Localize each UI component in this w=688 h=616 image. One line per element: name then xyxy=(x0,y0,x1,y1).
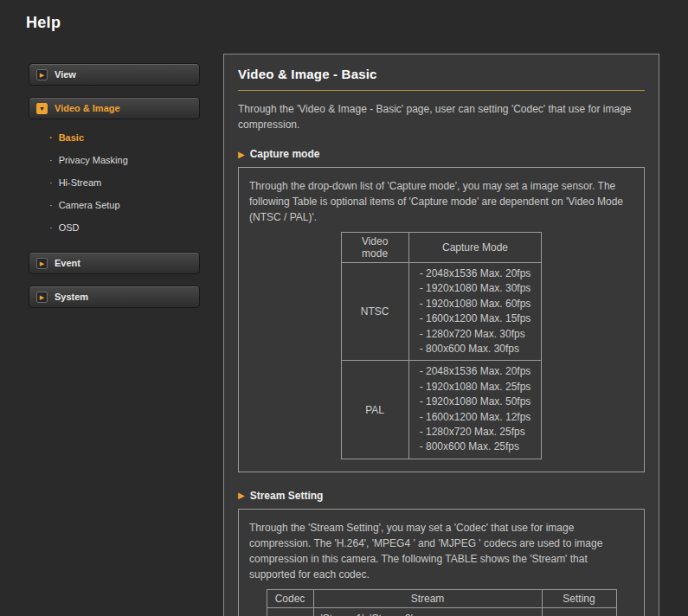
video-mode-cell: NTSC xyxy=(341,263,408,361)
section-title: Stream Setting xyxy=(250,490,324,502)
sidebar-item-basic[interactable]: · Basic xyxy=(29,126,200,149)
video-mode-cell: PAL xyxy=(341,361,408,459)
collapse-arrow-icon: ▼ xyxy=(36,103,48,114)
sidebar: ▶ View ▼ Video & Image · Basic · Privacy… xyxy=(29,63,200,319)
expand-arrow-icon: ▶ xyxy=(36,258,48,269)
sidebar-item-osd[interactable]: · OSD xyxy=(29,216,200,239)
capture-mode-line: - 1280x720 Max. 30fps xyxy=(420,327,531,342)
bullet-icon: · xyxy=(49,155,53,165)
capture-mode-line: - 1920x1080 Max. 30fps xyxy=(420,281,531,296)
expand-arrow-icon: ▶ xyxy=(36,292,48,303)
capture-section-heading: ▶ Capture mode xyxy=(238,148,645,160)
section-arrow-icon: ▶ xyxy=(238,491,245,500)
capture-mode-line: - 1600x1200 Max. 15fps xyxy=(420,311,531,326)
bullet-icon: · xyxy=(49,222,53,233)
submenu-item-label: OSD xyxy=(59,222,80,233)
capture-mode-line: - 1600x1200 Max. 12fps xyxy=(420,410,531,425)
content-title: Video & Image - Basic xyxy=(238,67,645,91)
sidebar-item-label: System xyxy=(55,292,88,302)
section-title: Capture mode xyxy=(250,148,320,160)
sidebar-item-hi-stream[interactable]: · Hi-Stream xyxy=(29,171,200,194)
column-header-setting: Setting xyxy=(542,589,616,607)
table-row-pal: PAL - 2048x1536 Max. 20fps - 1920x1080 M… xyxy=(341,361,542,459)
setting-cell: Refer to ' ▶H.264 /MPEG4 ' xyxy=(542,607,616,616)
section-arrow-icon: ▶ xyxy=(238,150,245,159)
capture-modes-cell: - 2048x1536 Max. 20fps - 1920x1080 Max. … xyxy=(408,361,542,459)
video-image-submenu: · Basic · Privacy Masking · Hi-Stream · … xyxy=(29,125,200,241)
codec-cell: H.264 xyxy=(267,607,313,616)
capture-mode-line: - 1920x1080 Max. 25fps xyxy=(420,380,531,395)
stream-value: 'Stream1', 'Stream3' xyxy=(321,612,535,616)
capture-mode-line: - 800x600 Max. 30fps xyxy=(420,342,531,356)
stream-cell: 'Stream1', 'Stream3' * In the 'Capture m… xyxy=(313,607,542,616)
sidebar-item-video-image[interactable]: ▼ Video & Image xyxy=(29,97,200,119)
capture-mode-line: - 1920x1080 Max. 50fps xyxy=(420,395,531,409)
bullet-icon: · xyxy=(49,132,53,143)
sidebar-item-system[interactable]: ▶ System xyxy=(29,286,200,308)
help-window: { "accent_color": "#f0a232", "icons": { … xyxy=(0,0,688,616)
page-heading: Help xyxy=(26,14,61,32)
stream-description: Through the 'Stream Setting', you may se… xyxy=(249,520,633,582)
stream-box: Through the 'Stream Setting', you may se… xyxy=(238,509,645,616)
sidebar-item-label: Video & Image xyxy=(55,103,120,113)
capture-mode-line: - 800x600 Max. 25fps xyxy=(420,440,531,454)
sidebar-item-label: View xyxy=(55,69,76,80)
bullet-icon: · xyxy=(49,200,53,210)
column-header-stream: Stream xyxy=(313,589,542,607)
intro-text: Through the 'Video & Image - Basic' page… xyxy=(238,101,645,132)
sidebar-item-privacy-masking[interactable]: · Privacy Masking xyxy=(29,149,200,171)
capture-mode-table: Video mode Capture Mode NTSC - 2048x1536… xyxy=(341,232,543,459)
sidebar-item-view[interactable]: ▶ View xyxy=(29,63,200,86)
capture-mode-line: - 2048x1536 Max. 20fps xyxy=(420,266,531,281)
submenu-item-label: Privacy Masking xyxy=(59,155,128,165)
stream-table: Codec Stream Setting H.264 'Stream1', 'S… xyxy=(267,589,617,616)
capture-modes-cell: - 2048x1536 Max. 20fps - 1920x1080 Max. … xyxy=(408,263,542,361)
sidebar-item-event[interactable]: ▶ Event xyxy=(29,252,200,274)
submenu-item-label: Camera Setup xyxy=(59,200,120,210)
bullet-icon: · xyxy=(49,177,53,188)
table-header-row: Codec Stream Setting xyxy=(267,589,616,607)
table-header-row: Video mode Capture Mode xyxy=(341,233,542,263)
table-row-ntsc: NTSC - 2048x1536 Max. 20fps - 1920x1080 … xyxy=(341,263,542,361)
capture-mode-line: - 2048x1536 Max. 20fps xyxy=(420,364,531,379)
column-header-codec: Codec xyxy=(267,589,313,607)
capture-mode-line: - 1280x720 Max. 25fps xyxy=(420,425,531,440)
stream-section-heading: ▶ Stream Setting xyxy=(238,490,645,502)
column-header-video-mode: Video mode xyxy=(341,233,408,263)
submenu-item-label: Hi-Stream xyxy=(59,177,102,188)
expand-arrow-icon: ▶ xyxy=(36,69,48,80)
content-panel: Video & Image - Basic Through the 'Video… xyxy=(223,54,659,616)
table-row-h264: H.264 'Stream1', 'Stream3' * In the 'Cap… xyxy=(267,607,616,616)
submenu-item-label: Basic xyxy=(59,132,84,143)
capture-box: Through the drop-down list of 'Capture m… xyxy=(238,167,645,472)
sidebar-item-camera-setup[interactable]: · Camera Setup xyxy=(29,194,200,216)
capture-mode-line: - 1920x1080 Max. 60fps xyxy=(420,297,531,311)
capture-description: Through the drop-down list of 'Capture m… xyxy=(249,178,633,225)
column-header-capture-mode: Capture Mode xyxy=(408,233,542,263)
sidebar-item-label: Event xyxy=(55,258,80,268)
